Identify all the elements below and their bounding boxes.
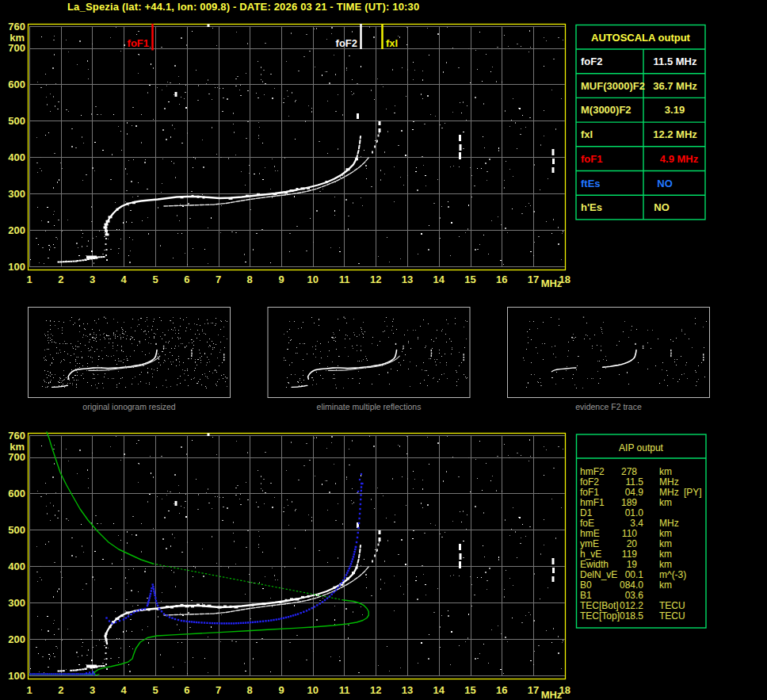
svg-text:084.0: 084.0 [620,580,643,591]
svg-text:DelN_vE: DelN_vE [580,569,617,580]
svg-text:110: 110 [622,528,637,539]
svg-text:km: km [659,466,672,477]
svg-text:B1: B1 [580,590,592,601]
svg-text:189: 189 [621,497,637,508]
svg-text:11: 11 [339,273,350,285]
svg-text:fxI: fxI [581,128,593,140]
svg-text:AIP output: AIP output [619,442,663,453]
svg-text:km: km [659,549,672,560]
svg-text:16: 16 [496,273,507,285]
svg-text:hmF2: hmF2 [580,466,605,477]
svg-text:D1: D1 [580,507,593,518]
svg-text:MHz: MHz [659,518,679,529]
svg-text:17: 17 [528,273,539,285]
svg-text:original ionogram resized: original ionogram resized [82,402,175,411]
svg-text:1: 1 [26,684,32,696]
svg-text:8: 8 [247,273,253,285]
svg-text:MHz: MHz [659,487,679,498]
svg-text:15: 15 [464,273,475,285]
svg-text:16: 16 [496,684,507,696]
svg-text:foF2: foF2 [580,476,599,488]
svg-text:foF1: foF1 [580,487,599,498]
svg-text:11.5: 11.5 [626,476,644,488]
svg-text:km: km [659,538,672,549]
svg-text:2: 2 [58,273,63,285]
svg-text:B0: B0 [580,580,592,591]
svg-text:17: 17 [528,684,539,696]
svg-text:3: 3 [90,273,95,285]
svg-text:018.5: 018.5 [620,610,643,622]
svg-text:100: 100 [8,670,25,682]
svg-text:11.5 MHz: 11.5 MHz [654,55,697,67]
svg-text:03.6: 03.6 [625,590,644,601]
svg-text:foF1: foF1 [128,37,149,49]
svg-text:13: 13 [402,684,413,696]
svg-text:TEC[Top]: TEC[Top] [580,610,620,622]
svg-text:5: 5 [152,273,158,285]
svg-text:7: 7 [216,273,221,285]
svg-text:600: 600 [8,78,25,90]
svg-text:foE: foE [580,518,594,529]
svg-text:400: 400 [8,560,25,572]
svg-text:h'Es: h'Es [581,201,602,213]
svg-text:hmF1: hmF1 [580,497,605,508]
svg-text:200: 200 [8,224,25,236]
svg-text:500: 500 [8,115,25,127]
svg-text:MHz: MHz [541,277,563,289]
svg-text:5: 5 [152,684,158,696]
svg-text:4: 4 [121,684,128,696]
svg-text:foF2: foF2 [581,55,602,67]
svg-text:10: 10 [307,684,319,696]
svg-text:278: 278 [621,466,637,477]
svg-text:14: 14 [433,684,445,696]
svg-text:TECU: TECU [659,610,685,622]
svg-text:km: km [659,580,672,591]
svg-text:3: 3 [90,684,95,696]
svg-text:12.2 MHz: 12.2 MHz [653,128,697,140]
svg-text:04.9: 04.9 [625,487,644,498]
svg-text:14: 14 [433,273,445,285]
svg-text:MHz: MHz [541,689,563,700]
svg-text:300: 300 [8,597,25,609]
svg-text:km: km [659,497,672,508]
svg-text:La_Spezia (lat: +44.1, lon: 00: La_Spezia (lat: +44.1, lon: 009.8) - DAT… [67,1,419,13]
svg-text:6: 6 [184,273,189,285]
svg-text:evidence F2 trace: evidence F2 trace [575,402,642,411]
svg-text:h_vE: h_vE [580,549,601,560]
svg-text:TEC[Bot]: TEC[Bot] [580,600,619,611]
svg-text:700: 700 [8,451,25,463]
svg-text:M(3000)F2: M(3000)F2 [581,104,632,116]
svg-text:12: 12 [370,273,381,285]
svg-text:4.9 MHz: 4.9 MHz [660,153,699,165]
svg-text:6: 6 [184,684,189,696]
svg-text:eliminate multiple reflections: eliminate multiple reflections [317,402,422,411]
svg-text:4: 4 [121,273,128,285]
svg-text:11: 11 [339,684,350,696]
svg-text:100: 100 [8,261,25,273]
svg-text:m^(-3): m^(-3) [659,569,686,580]
svg-text:12: 12 [370,684,381,696]
svg-text:10: 10 [307,273,319,285]
svg-text:36.7 MHz: 36.7 MHz [653,80,697,92]
svg-text:9: 9 [278,273,284,285]
svg-text:Ewidth: Ewidth [580,559,609,570]
svg-text:2: 2 [58,684,63,696]
svg-text:1: 1 [26,273,32,285]
svg-text:012.2: 012.2 [620,600,643,611]
svg-text:MHz: MHz [659,476,679,488]
svg-text:8: 8 [247,684,253,696]
svg-text:km: km [659,528,672,539]
svg-text:13: 13 [402,273,413,285]
svg-text:15: 15 [464,684,475,696]
svg-text:119: 119 [622,549,637,560]
svg-text:200: 200 [8,633,25,645]
svg-text:760: 760 [8,21,25,33]
svg-text:00.1: 00.1 [625,569,644,580]
svg-text:3.4: 3.4 [630,518,643,529]
svg-text:km: km [659,559,672,570]
svg-text:7: 7 [216,684,221,696]
svg-text:AUTOSCALA output: AUTOSCALA output [591,32,691,44]
svg-text:TECU: TECU [659,600,685,611]
svg-text:foF2: foF2 [336,37,357,49]
svg-text:700: 700 [8,42,25,54]
